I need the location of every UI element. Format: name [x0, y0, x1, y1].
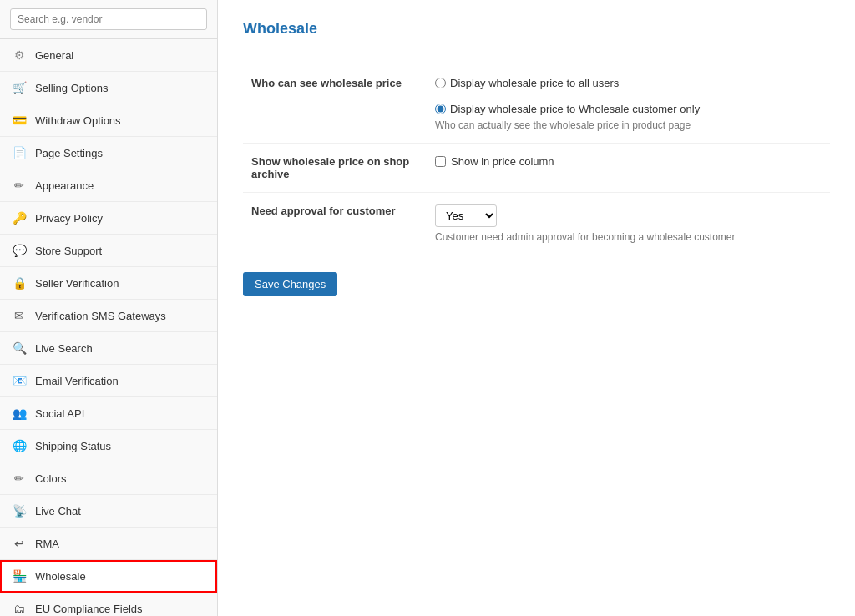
appearance-icon: ✏	[12, 178, 27, 193]
sidebar-item-label-rma: RMA	[35, 538, 59, 550]
sidebar-item-shipping-status[interactable]: 🌐Shipping Status	[0, 430, 217, 462]
general-icon: ⚙	[12, 48, 27, 63]
sidebar-item-social-api[interactable]: 👥Social API	[0, 397, 217, 430]
sidebar-item-label-store-support: Store Support	[35, 245, 102, 257]
radio-group-who-can-see: Display wholesale price to all usersDisp…	[435, 77, 822, 115]
store-support-icon: 💬	[12, 243, 27, 258]
checkbox-input-show-price[interactable]	[435, 156, 446, 167]
field-label-who-can-see: Who can see wholesale price	[243, 65, 427, 144]
sidebar-item-withdraw-options[interactable]: 💳Withdraw Options	[0, 104, 217, 137]
seller-verification-icon: 🔒	[12, 275, 27, 290]
sidebar-item-label-verification-sms: Verification SMS Gateways	[35, 310, 166, 322]
sidebar-item-label-social-api: Social API	[35, 407, 84, 420]
sidebar-item-label-colors: Colors	[35, 472, 67, 485]
live-chat-icon: 📡	[12, 503, 27, 518]
hint-who-can-see: Who can actually see the wholesale price…	[435, 119, 822, 131]
sidebar-item-selling-options[interactable]: 🛒Selling Options	[0, 72, 217, 104]
sidebar-item-store-support[interactable]: 💬Store Support	[0, 235, 217, 267]
email-verification-icon: 📧	[12, 373, 27, 388]
field-row-show-price: Show wholesale price on shop archiveShow…	[243, 144, 830, 193]
sidebar-item-label-privacy-policy: Privacy Policy	[35, 212, 103, 225]
sidebar-item-label-live-chat: Live Chat	[35, 505, 81, 518]
hint-need-approval: Customer need admin approval for becomin…	[435, 231, 822, 243]
sidebar-item-rma[interactable]: ↩RMA	[0, 528, 217, 560]
verification-sms-icon: ✉	[12, 308, 27, 323]
selling-options-icon: 🛒	[12, 80, 27, 95]
field-label-show-price: Show wholesale price on shop archive	[243, 144, 427, 193]
select-need-approval[interactable]: YesNo	[435, 204, 497, 227]
sidebar-item-seller-verification[interactable]: 🔒Seller Verification	[0, 267, 217, 300]
sidebar: ⚙General🛒Selling Options💳Withdraw Option…	[0, 0, 218, 616]
radio-label-wholesale: Display wholesale price to Wholesale cus…	[450, 103, 700, 115]
sidebar-item-verification-sms[interactable]: ✉Verification SMS Gateways	[0, 300, 217, 332]
rma-icon: ↩	[12, 536, 27, 551]
field-label-need-approval: Need approval for customer	[243, 193, 427, 255]
sidebar-item-label-shipping-status: Shipping Status	[35, 440, 111, 452]
sidebar-item-general[interactable]: ⚙General	[0, 39, 217, 72]
sidebar-item-live-search[interactable]: 🔍Live Search	[0, 332, 217, 365]
sidebar-search-container	[0, 0, 217, 39]
wholesale-icon: 🏪	[12, 568, 27, 583]
sidebar-item-label-email-verification: Email Verification	[35, 375, 119, 387]
sidebar-item-label-live-search: Live Search	[35, 342, 93, 355]
select-wrap-need-approval: YesNo	[435, 204, 822, 227]
checkbox-label-show-price[interactable]: Show in price column	[435, 155, 822, 168]
sidebar-menu: ⚙General🛒Selling Options💳Withdraw Option…	[0, 39, 217, 616]
sidebar-item-label-page-settings: Page Settings	[35, 147, 103, 159]
sidebar-item-eu-compliance[interactable]: 🗂EU Compliance Fields	[0, 593, 217, 616]
page-title: Wholesale	[243, 20, 830, 48]
field-row-need-approval: Need approval for customerYesNoCustomer …	[243, 193, 830, 255]
checkbox-text-show-price: Show in price column	[451, 155, 554, 168]
field-content-need-approval: YesNoCustomer need admin approval for be…	[427, 193, 830, 255]
sidebar-item-live-chat[interactable]: 📡Live Chat	[0, 495, 217, 528]
sidebar-item-privacy-policy[interactable]: 🔑Privacy Policy	[0, 202, 217, 235]
field-content-who-can-see: Display wholesale price to all usersDisp…	[427, 65, 830, 144]
colors-icon: ✏	[12, 471, 27, 486]
sidebar-item-label-seller-verification: Seller Verification	[35, 277, 119, 290]
eu-compliance-icon: 🗂	[12, 601, 27, 616]
field-content-show-price: Show in price column	[427, 144, 830, 193]
sidebar-item-label-wholesale: Wholesale	[35, 570, 86, 583]
social-api-icon: 👥	[12, 406, 27, 421]
live-search-icon: 🔍	[12, 341, 27, 356]
field-row-who-can-see: Who can see wholesale priceDisplay whole…	[243, 65, 830, 144]
page-settings-icon: 📄	[12, 145, 27, 160]
sidebar-item-colors[interactable]: ✏Colors	[0, 462, 217, 495]
radio-option-all[interactable]: Display wholesale price to all users	[435, 77, 619, 89]
sidebar-item-page-settings[interactable]: 📄Page Settings	[0, 137, 217, 169]
sidebar-item-label-eu-compliance: EU Compliance Fields	[35, 603, 143, 615]
save-button[interactable]: Save Changes	[243, 272, 337, 296]
sidebar-item-appearance[interactable]: ✏Appearance	[0, 169, 217, 202]
sidebar-item-label-appearance: Appearance	[35, 179, 94, 192]
radio-input-wholesale[interactable]	[435, 104, 446, 114]
radio-option-wholesale[interactable]: Display wholesale price to Wholesale cus…	[435, 103, 700, 115]
sidebar-item-label-general: General	[35, 49, 73, 62]
radio-input-all[interactable]	[435, 78, 446, 88]
sidebar-item-wholesale[interactable]: 🏪Wholesale	[0, 560, 217, 593]
radio-label-all: Display wholesale price to all users	[450, 77, 619, 89]
withdraw-options-icon: 💳	[12, 113, 27, 128]
sidebar-item-label-withdraw-options: Withdraw Options	[35, 114, 121, 127]
sidebar-item-email-verification[interactable]: 📧Email Verification	[0, 365, 217, 397]
privacy-policy-icon: 🔑	[12, 210, 27, 225]
settings-form: Who can see wholesale priceDisplay whole…	[243, 65, 830, 255]
shipping-status-icon: 🌐	[12, 438, 27, 453]
main-content: Wholesale Who can see wholesale priceDis…	[218, 0, 855, 616]
search-input[interactable]	[10, 8, 207, 30]
sidebar-item-label-selling-options: Selling Options	[35, 82, 108, 94]
